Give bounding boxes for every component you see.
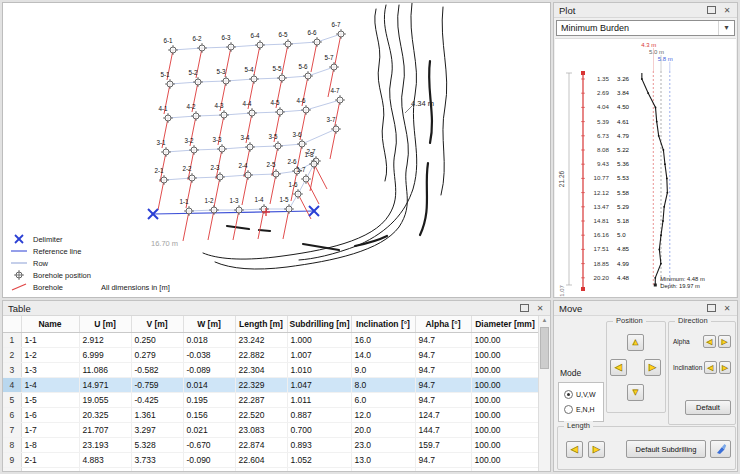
table-cell[interactable]: 14.971 <box>79 378 131 393</box>
table-cell[interactable]: 124.7 <box>415 408 471 423</box>
borehole-trace[interactable] <box>270 174 276 204</box>
borehole-trace[interactable] <box>158 180 164 210</box>
borehole-trace[interactable] <box>225 47 231 77</box>
table-row[interactable]: 61-620.3251.3610.15622.5200.88712.0124.7… <box>3 408 538 423</box>
borehole-position[interactable] <box>209 205 219 215</box>
table-cell[interactable]: 1-8 <box>21 438 79 453</box>
borehole-position[interactable] <box>217 144 227 154</box>
table-row[interactable]: 71-721.7073.2970.02123.0830.70020.0144.7… <box>3 423 538 438</box>
table-cell[interactable]: -0.670 <box>183 438 235 453</box>
table-cell[interactable]: 11.086 <box>79 363 131 378</box>
inclination-increase-button[interactable]: ▶ <box>719 361 731 374</box>
table-cell[interactable]: 6.0 <box>351 393 415 408</box>
plot-type-select[interactable]: Minimum Burden ▾ <box>556 20 735 36</box>
table-cell[interactable]: 14.0 <box>351 348 415 363</box>
borehole-trace[interactable] <box>306 179 319 204</box>
borehole-position[interactable] <box>161 147 171 157</box>
borehole-trace[interactable] <box>183 211 189 241</box>
table-cell[interactable]: -0.038 <box>183 348 235 363</box>
table-cell[interactable]: 1-2 <box>21 348 79 363</box>
borehole-trace[interactable] <box>208 210 214 240</box>
table-cell[interactable]: 22.604 <box>235 453 287 468</box>
row-number[interactable]: 10 <box>3 468 21 472</box>
borehole-trace[interactable] <box>214 177 220 207</box>
borehole-table[interactable]: NameU [m]V [m]W [m]Length [m]Subdrilling… <box>3 316 538 471</box>
borehole-position[interactable] <box>303 71 313 81</box>
borehole-position[interactable] <box>301 105 311 115</box>
borehole-position[interactable] <box>234 205 244 215</box>
column-header[interactable]: Diameter [mm] <box>471 316 538 333</box>
table-cell[interactable]: 22.329 <box>235 378 287 393</box>
table-cell[interactable]: 8.0 <box>351 378 415 393</box>
move-panel-titlebar[interactable]: Move ✕ <box>554 301 737 316</box>
table-cell[interactable]: 22.287 <box>235 393 287 408</box>
borehole-trace[interactable] <box>311 42 317 72</box>
table-cell[interactable]: 14.0 <box>351 468 415 472</box>
borehole-trace[interactable] <box>335 34 341 64</box>
borehole-trace[interactable] <box>258 209 264 239</box>
table-cell[interactable]: 12.0 <box>351 408 415 423</box>
table-cell[interactable]: 3.297 <box>131 423 183 438</box>
table-cell[interactable]: 1-6 <box>21 408 79 423</box>
table-cell[interactable]: 1-4 <box>21 378 79 393</box>
table-cell[interactable]: 0.195 <box>183 393 235 408</box>
table-cell[interactable]: 0.700 <box>287 423 351 438</box>
column-header[interactable]: W [m] <box>183 316 235 333</box>
borehole-position[interactable] <box>275 107 285 117</box>
alpha-increase-button[interactable]: ▶ <box>718 335 731 348</box>
row-number[interactable]: 3 <box>3 363 21 378</box>
mode-radio-uvw[interactable]: U,V,W <box>564 390 603 399</box>
table-header-row[interactable]: NameU [m]V [m]W [m]Length [m]Subdrilling… <box>3 316 538 333</box>
table-cell[interactable]: 2-1 <box>21 453 79 468</box>
borehole-trace[interactable] <box>254 45 260 75</box>
borehole-position[interactable] <box>284 204 294 214</box>
table-cell[interactable]: 94.7 <box>415 393 471 408</box>
table-cell[interactable]: 100.00 <box>471 393 538 408</box>
borehole-trace[interactable] <box>282 44 288 74</box>
table-cell[interactable]: 1.047 <box>287 378 351 393</box>
table-cell[interactable]: 100.00 <box>471 348 538 363</box>
table-cell[interactable]: 3.733 <box>131 453 183 468</box>
table-cell[interactable]: 20.325 <box>79 408 131 423</box>
table-cell[interactable]: -0.759 <box>131 378 183 393</box>
borehole-position[interactable] <box>301 174 311 184</box>
table-cell[interactable]: 1.007 <box>287 348 351 363</box>
length-increase-button[interactable]: ▶ <box>588 441 605 458</box>
row-number[interactable]: 8 <box>3 438 21 453</box>
borehole-position[interactable] <box>243 170 253 180</box>
map-canvas-panel[interactable]: 6-16-26-36-46-56-66-75-15-25-35-45-55-65… <box>2 2 551 298</box>
table-cell[interactable]: 6.670 <box>79 468 131 472</box>
table-cell[interactable]: 0.014 <box>183 378 235 393</box>
table-cell[interactable]: 100.00 <box>471 453 538 468</box>
column-header[interactable]: Name <box>21 316 79 333</box>
table-cell[interactable]: 100.00 <box>471 378 538 393</box>
table-cell[interactable]: 2-2 <box>21 468 79 472</box>
float-icon[interactable] <box>704 4 718 16</box>
table-cell[interactable]: 1.024 <box>287 468 351 472</box>
table-cell[interactable]: 1.052 <box>287 453 351 468</box>
table-cell[interactable]: 1.000 <box>287 333 351 348</box>
table-cell[interactable]: 0.893 <box>287 438 351 453</box>
table-cell[interactable]: 22.882 <box>235 348 287 363</box>
row-number[interactable]: 6 <box>3 408 21 423</box>
borehole-trace[interactable] <box>283 209 289 239</box>
table-cell[interactable]: 23.083 <box>235 423 287 438</box>
table-cell[interactable]: 144.7 <box>415 423 471 438</box>
table-cell[interactable]: -0.425 <box>131 393 183 408</box>
move-down-button[interactable]: ▼ <box>627 384 644 401</box>
table-cell[interactable]: 1-3 <box>21 363 79 378</box>
borehole-position[interactable] <box>255 40 265 50</box>
table-cell[interactable]: 3.763 <box>131 468 183 472</box>
borehole-position[interactable] <box>163 113 173 123</box>
borehole-position[interactable] <box>336 29 346 39</box>
borehole-trace[interactable] <box>242 175 248 205</box>
table-cell[interactable]: 22.520 <box>235 408 287 423</box>
table-cell[interactable]: 159.7 <box>415 438 471 453</box>
close-icon[interactable]: ✕ <box>720 302 734 314</box>
table-cell[interactable]: 23.193 <box>79 438 131 453</box>
table-cell[interactable]: -0.089 <box>183 363 235 378</box>
table-cell[interactable]: 94.7 <box>415 363 471 378</box>
borehole-position[interactable] <box>335 95 345 105</box>
borehole-position[interactable] <box>184 206 194 216</box>
table-cell[interactable]: 0.021 <box>183 423 235 438</box>
